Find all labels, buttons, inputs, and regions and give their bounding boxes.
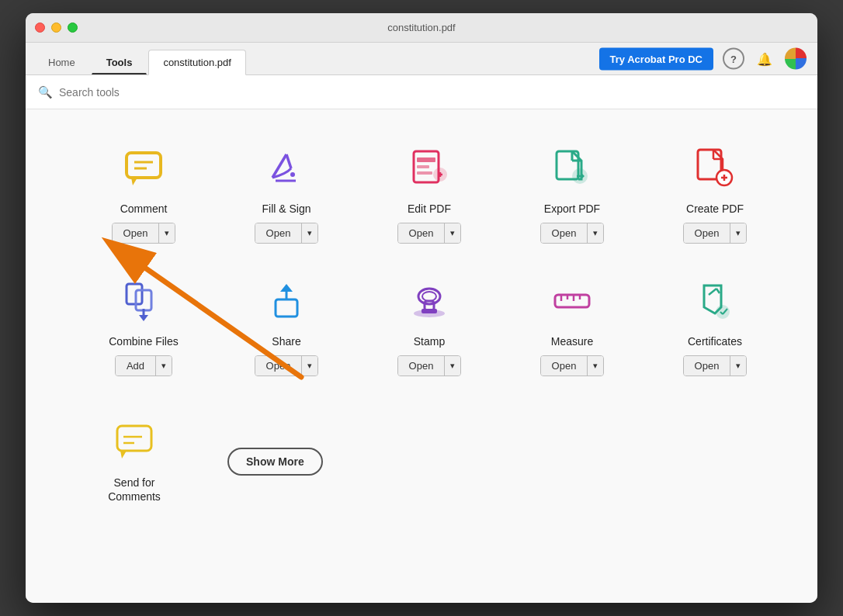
svg-marker-32 bbox=[139, 315, 148, 321]
tools-row-1: Comment Open ▾ Fill & Sign bbox=[72, 125, 786, 258]
create-pdf-icon bbox=[690, 144, 740, 193]
edit-pdf-open-button[interactable]: Open bbox=[398, 223, 446, 243]
tool-certificates: Certificates Open ▾ bbox=[644, 258, 786, 390]
tabbar: Home Tools constitution.pdf Try Acrobat … bbox=[26, 43, 817, 75]
send-for-comments-icon bbox=[109, 417, 159, 466]
svg-line-46 bbox=[709, 289, 716, 295]
show-more-container: Show More bbox=[196, 398, 323, 476]
titlebar: constitution.pdf bbox=[26, 13, 817, 43]
notifications-button[interactable]: 🔔 bbox=[754, 48, 775, 70]
tool-create-pdf-label: Create PDF bbox=[686, 202, 744, 215]
comment-dropdown-button[interactable]: ▾ bbox=[159, 223, 175, 243]
svg-line-7 bbox=[286, 154, 291, 168]
help-button[interactable]: ? bbox=[723, 48, 744, 70]
fullscreen-button[interactable] bbox=[68, 22, 78, 33]
svg-line-47 bbox=[716, 289, 720, 293]
close-button[interactable] bbox=[35, 22, 45, 33]
comment-open-button[interactable]: Open bbox=[113, 223, 160, 243]
create-pdf-open-button[interactable]: Open bbox=[684, 223, 731, 243]
tools-row-3: Send forComments Show More bbox=[72, 390, 786, 525]
main-content: Comment Open ▾ Fill & Sign bbox=[26, 109, 817, 603]
tool-send-for-comments: Send forComments bbox=[72, 398, 196, 525]
try-acrobat-button[interactable]: Try Acrobat Pro DC bbox=[599, 47, 713, 70]
tool-combine-files: Combine Files Add ▾ bbox=[72, 258, 215, 390]
export-pdf-open-button[interactable]: Open bbox=[541, 223, 588, 243]
tool-comment-label: Comment bbox=[120, 202, 168, 215]
search-input[interactable] bbox=[59, 86, 214, 99]
stamp-dropdown-button[interactable]: ▾ bbox=[445, 356, 460, 375]
tab-file[interactable]: constitution.pdf bbox=[148, 50, 245, 75]
comment-btn-group: Open ▾ bbox=[112, 223, 176, 244]
combine-files-icon bbox=[119, 276, 168, 326]
combine-files-dropdown-button[interactable]: ▾ bbox=[156, 356, 172, 375]
svg-rect-33 bbox=[276, 299, 297, 317]
svg-rect-41 bbox=[555, 295, 589, 307]
tool-stamp-label: Stamp bbox=[414, 335, 445, 348]
minimize-button[interactable] bbox=[51, 22, 61, 33]
avatar[interactable] bbox=[785, 48, 807, 70]
tool-certificates-label: Certificates bbox=[688, 335, 742, 348]
svg-marker-35 bbox=[280, 284, 293, 292]
edit-pdf-btn-group: Open ▾ bbox=[397, 223, 462, 244]
share-dropdown-button[interactable]: ▾ bbox=[302, 356, 317, 375]
tool-fill-sign: Fill & Sign Open ▾ bbox=[215, 125, 358, 258]
stamp-open-button[interactable]: Open bbox=[398, 356, 446, 375]
fill-sign-icon bbox=[262, 144, 311, 193]
svg-point-48 bbox=[716, 306, 729, 318]
svg-marker-54 bbox=[120, 451, 127, 459]
certificates-open-button[interactable]: Open bbox=[684, 356, 731, 375]
tools-row-2: Combine Files Add ▾ Share Open bbox=[72, 258, 786, 390]
measure-icon bbox=[547, 276, 597, 326]
measure-open-button[interactable]: Open bbox=[541, 356, 588, 375]
share-btn-group: Open ▾ bbox=[255, 355, 319, 376]
certificates-btn-group: Open ▾ bbox=[683, 355, 748, 376]
tabbar-actions: Try Acrobat Pro DC ? 🔔 bbox=[599, 47, 807, 70]
tool-export-pdf-label: Export PDF bbox=[544, 202, 600, 215]
tool-edit-pdf-label: Edit PDF bbox=[408, 202, 451, 215]
stamp-icon bbox=[404, 276, 454, 326]
traffic-lights bbox=[35, 22, 78, 33]
tool-comment: Comment Open ▾ bbox=[72, 125, 215, 258]
share-icon bbox=[262, 276, 311, 326]
combine-files-btn-group: Add ▾ bbox=[115, 355, 172, 376]
tool-stamp: Stamp Open ▾ bbox=[358, 258, 501, 390]
svg-rect-11 bbox=[417, 157, 435, 162]
tool-measure-label: Measure bbox=[551, 335, 593, 348]
edit-pdf-icon bbox=[404, 144, 454, 193]
svg-rect-12 bbox=[417, 165, 429, 168]
combine-files-add-button[interactable]: Add bbox=[116, 356, 156, 375]
svg-rect-29 bbox=[127, 284, 142, 304]
measure-btn-group: Open ▾ bbox=[540, 355, 605, 376]
export-pdf-dropdown-button[interactable]: ▾ bbox=[588, 223, 603, 243]
svg-rect-51 bbox=[117, 426, 151, 451]
fill-sign-btn-group: Open ▾ bbox=[255, 223, 319, 244]
app-window: constitution.pdf Home Tools constitution… bbox=[26, 13, 817, 603]
tab-tools[interactable]: Tools bbox=[92, 50, 147, 74]
svg-marker-5 bbox=[131, 178, 137, 185]
export-pdf-btn-group: Open ▾ bbox=[540, 223, 605, 244]
show-more-button[interactable]: Show More bbox=[227, 448, 323, 476]
tool-create-pdf: Create PDF Open ▾ bbox=[644, 125, 786, 258]
create-pdf-dropdown-button[interactable]: ▾ bbox=[730, 223, 746, 243]
certificates-dropdown-button[interactable]: ▾ bbox=[730, 356, 746, 375]
window-title: constitution.pdf bbox=[387, 22, 455, 33]
comment-icon bbox=[119, 144, 168, 193]
tool-export-pdf: Export PDF Open ▾ bbox=[501, 125, 644, 258]
tool-share-label: Share bbox=[272, 335, 300, 348]
tool-fill-sign-label: Fill & Sign bbox=[262, 202, 310, 215]
search-icon: 🔍 bbox=[38, 85, 53, 99]
share-open-button[interactable]: Open bbox=[255, 356, 303, 375]
measure-dropdown-button[interactable]: ▾ bbox=[588, 356, 603, 375]
tool-measure: Measure Open ▾ bbox=[501, 258, 644, 390]
svg-rect-30 bbox=[136, 290, 151, 310]
svg-point-9 bbox=[290, 172, 295, 177]
tab-home[interactable]: Home bbox=[33, 50, 90, 74]
tool-edit-pdf: Edit PDF Open ▾ bbox=[358, 125, 501, 258]
fill-sign-open-button[interactable]: Open bbox=[255, 223, 303, 243]
svg-point-40 bbox=[422, 292, 436, 301]
create-pdf-btn-group: Open ▾ bbox=[683, 223, 748, 244]
certificates-icon bbox=[690, 276, 740, 326]
edit-pdf-dropdown-button[interactable]: ▾ bbox=[445, 223, 460, 243]
fill-sign-dropdown-button[interactable]: ▾ bbox=[302, 223, 317, 243]
svg-rect-13 bbox=[417, 171, 432, 175]
